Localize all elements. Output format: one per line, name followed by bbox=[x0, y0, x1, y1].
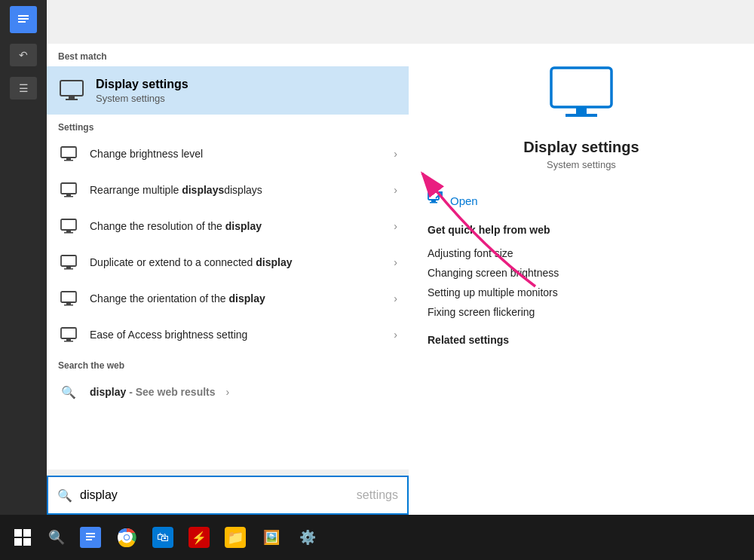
taskbar-icon-store[interactable]: 🛍 bbox=[146, 521, 179, 554]
monitor-icon-3 bbox=[58, 216, 79, 237]
search-bar[interactable]: 🔍 display settings bbox=[47, 476, 409, 515]
result-text-ease: Ease of Access brightness setting bbox=[90, 328, 383, 342]
search-ghost-text: settings bbox=[357, 488, 398, 502]
rp-icon-area bbox=[428, 66, 735, 125]
taskbar: 🔍 🛍 ⚡ 📁 🖼️ ⚙️ bbox=[0, 515, 754, 560]
result-arrow-2: › bbox=[394, 184, 397, 196]
display-icon-large bbox=[547, 66, 615, 119]
web-search-arrow: › bbox=[226, 386, 230, 398]
open-button[interactable]: Open bbox=[428, 185, 735, 216]
svg-rect-23 bbox=[66, 338, 71, 341]
svg-rect-11 bbox=[66, 194, 71, 196]
related-settings-title: Related settings bbox=[428, 334, 735, 346]
taskbar-icon-settings[interactable]: ⚙️ bbox=[291, 521, 324, 554]
open-label[interactable]: Open bbox=[450, 194, 478, 207]
svg-rect-26 bbox=[576, 107, 587, 115]
results-area: Best match Display settings System setti… bbox=[47, 44, 409, 470]
search-panel: Best match Display settings System setti… bbox=[47, 44, 409, 470]
monitor-icon-4 bbox=[58, 252, 79, 273]
result-text-duplicate: Duplicate or extend to a connected displ… bbox=[90, 256, 383, 270]
monitor-icon-2 bbox=[58, 179, 79, 200]
taskbar-search-button[interactable]: 🔍 bbox=[42, 523, 71, 552]
taskbar-icon-folder[interactable]: 📁 bbox=[219, 521, 252, 554]
result-text-brightness: Change brightness level bbox=[90, 147, 383, 161]
taskbar-icon-docs[interactable] bbox=[74, 521, 107, 554]
result-ease[interactable]: Ease of Access brightness setting › bbox=[47, 317, 409, 353]
svg-rect-25 bbox=[551, 68, 611, 107]
quick-help-title: Get quick help from web bbox=[428, 224, 735, 236]
result-text-rearrange: Rearrange multiple displaysdisplays bbox=[90, 183, 383, 197]
settings-section-label: Settings bbox=[47, 115, 409, 136]
svg-rect-14 bbox=[66, 230, 71, 232]
svg-rect-35 bbox=[86, 536, 95, 537]
monitor-icon-1 bbox=[58, 143, 79, 164]
best-match-text: Display settings System settings bbox=[96, 78, 397, 104]
result-arrow-3: › bbox=[394, 220, 397, 232]
result-text-resolution: Change the resolution of the display bbox=[90, 219, 383, 234]
svg-rect-12 bbox=[64, 196, 73, 197]
sidebar-back-btn[interactable]: ↶ bbox=[10, 44, 37, 66]
svg-point-39 bbox=[124, 535, 129, 540]
best-match-item[interactable]: Display settings System settings bbox=[47, 66, 409, 115]
svg-rect-19 bbox=[61, 292, 76, 302]
web-search-text: display - See web results bbox=[90, 386, 216, 398]
result-duplicate[interactable]: Duplicate or extend to a connected displ… bbox=[47, 244, 409, 280]
result-arrow-6: › bbox=[394, 329, 397, 341]
svg-rect-18 bbox=[64, 268, 73, 270]
monitor-icon-6 bbox=[58, 324, 79, 345]
svg-rect-20 bbox=[66, 302, 71, 304]
svg-rect-3 bbox=[18, 21, 26, 23]
search-bar-icon: 🔍 bbox=[57, 488, 72, 503]
windows-logo bbox=[14, 529, 31, 546]
best-match-label: Best match bbox=[47, 44, 409, 66]
svg-rect-8 bbox=[66, 158, 71, 160]
svg-rect-5 bbox=[69, 96, 75, 99]
rp-title: Display settings bbox=[428, 139, 735, 156]
web-search-icon: 🔍 bbox=[58, 381, 79, 402]
svg-rect-10 bbox=[61, 183, 76, 194]
sidebar-list-btn[interactable]: ☰ bbox=[10, 77, 37, 99]
result-arrow-5: › bbox=[394, 292, 397, 304]
web-search-item[interactable]: 🔍 display - See web results › bbox=[47, 374, 409, 410]
svg-rect-1 bbox=[18, 15, 29, 17]
svg-rect-15 bbox=[64, 232, 73, 234]
rp-subtitle: System settings bbox=[428, 159, 735, 170]
docs-icon[interactable] bbox=[10, 6, 37, 33]
display-settings-icon bbox=[58, 77, 85, 104]
svg-rect-29 bbox=[431, 200, 436, 202]
taskbar-icon-av[interactable]: ⚡ bbox=[182, 521, 216, 554]
svg-rect-22 bbox=[61, 328, 76, 338]
right-panel: Display settings System settings Open Ge… bbox=[409, 44, 754, 515]
svg-rect-17 bbox=[66, 266, 71, 268]
monitor-icon-5 bbox=[58, 288, 79, 309]
start-button[interactable] bbox=[6, 521, 39, 554]
svg-rect-4 bbox=[60, 81, 83, 96]
web-search-label: Search the web bbox=[47, 353, 409, 374]
svg-rect-36 bbox=[86, 539, 92, 540]
result-orientation[interactable]: Change the orientation of the display › bbox=[47, 280, 409, 317]
svg-rect-2 bbox=[18, 18, 29, 20]
best-match-subtitle: System settings bbox=[96, 93, 397, 104]
svg-rect-16 bbox=[61, 256, 76, 266]
help-link-1[interactable]: Adjusting font size bbox=[428, 243, 735, 263]
svg-rect-24 bbox=[64, 341, 73, 342]
taskbar-icon-chrome[interactable] bbox=[110, 521, 143, 554]
help-link-3[interactable]: Setting up multiple monitors bbox=[428, 283, 735, 302]
search-input[interactable]: display bbox=[80, 488, 349, 502]
result-brightness[interactable]: Change brightness level › bbox=[47, 136, 409, 172]
svg-rect-30 bbox=[430, 202, 437, 203]
result-arrow-1: › bbox=[394, 148, 397, 160]
help-link-4[interactable]: Fixing screen flickering bbox=[428, 302, 735, 322]
svg-rect-34 bbox=[86, 533, 95, 534]
result-text-orientation: Change the orientation of the display bbox=[90, 292, 383, 306]
result-resolution[interactable]: Change the resolution of the display › bbox=[47, 208, 409, 244]
open-icon bbox=[428, 191, 443, 210]
svg-rect-6 bbox=[66, 99, 78, 100]
taskbar-icon-photo[interactable]: 🖼️ bbox=[255, 521, 288, 554]
svg-rect-9 bbox=[64, 160, 73, 161]
left-sidebar: ↶ ☰ bbox=[0, 0, 47, 515]
help-link-2[interactable]: Changing screen brightness bbox=[428, 263, 735, 283]
result-rearrange[interactable]: Rearrange multiple displaysdisplays › bbox=[47, 172, 409, 208]
svg-rect-13 bbox=[61, 219, 76, 230]
result-arrow-4: › bbox=[394, 256, 397, 268]
